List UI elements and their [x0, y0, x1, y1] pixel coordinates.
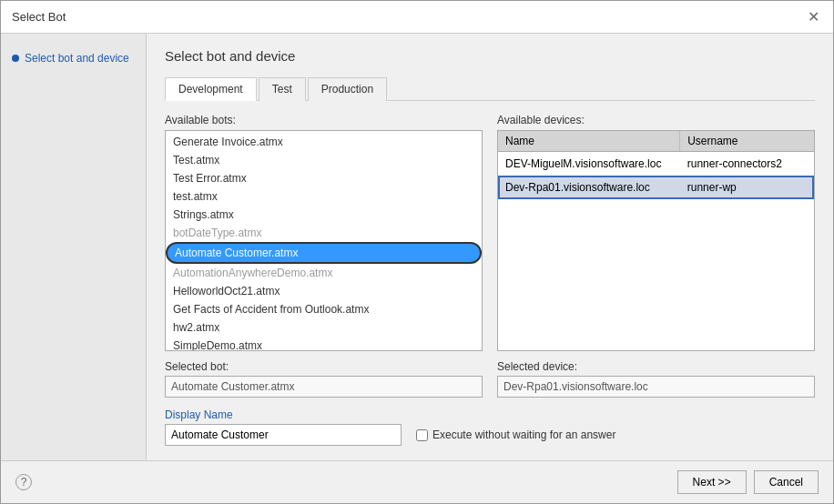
- tab-production-label: Production: [321, 83, 373, 96]
- panel-bots: Available bots: Generate Invoice.atmx Te…: [165, 114, 483, 351]
- close-button[interactable]: ✕: [804, 8, 822, 26]
- selected-bot-input: [165, 376, 483, 398]
- device-username: runner-connectors2: [680, 156, 814, 172]
- col-username-header: Username: [680, 131, 814, 151]
- list-item[interactable]: Test Error.atmx: [166, 169, 482, 187]
- main-content: Select bot and device Development Test P…: [147, 34, 833, 460]
- list-item[interactable]: AutomationAnywhereDemo.atmx: [166, 264, 482, 282]
- execute-checkbox[interactable]: [416, 429, 428, 441]
- tabs-container: Development Test Production: [165, 76, 815, 101]
- list-item[interactable]: Strings.atmx: [166, 206, 482, 224]
- display-name-input[interactable]: [165, 424, 402, 446]
- device-username: runner-wp: [680, 179, 814, 196]
- bots-listbox[interactable]: Generate Invoice.atmx Test.atmx Test Err…: [165, 130, 483, 351]
- panels-row: Available bots: Generate Invoice.atmx Te…: [165, 114, 815, 351]
- list-item[interactable]: test.atmx: [166, 187, 482, 206]
- title-bar: Select Bot ✕: [1, 1, 833, 34]
- selected-device-group: Selected device:: [497, 360, 815, 398]
- help-icon[interactable]: ?: [15, 474, 32, 490]
- tab-development-label: Development: [178, 83, 243, 96]
- tab-test-label: Test: [272, 83, 292, 96]
- list-item[interactable]: botDateType.atmx: [166, 224, 482, 242]
- sidebar: Select bot and device: [1, 34, 147, 460]
- dialog-footer: ? Next >> Cancel: [1, 460, 833, 503]
- tab-test[interactable]: Test: [259, 77, 306, 101]
- devices-table-body: DEV-MiguelM.visionsoftware.loc runner-co…: [498, 152, 814, 350]
- section-title: Select bot and device: [165, 48, 815, 64]
- list-item[interactable]: Test.atmx: [166, 151, 482, 169]
- display-name-label: Display Name: [165, 408, 815, 421]
- dialog-body: Select bot and device Select bot and dev…: [1, 34, 833, 460]
- devices-table-header: Name Username: [498, 131, 814, 152]
- list-item[interactable]: HelloworldOct21.atmx: [166, 282, 482, 300]
- tab-production[interactable]: Production: [308, 77, 387, 101]
- next-button[interactable]: Next >>: [677, 470, 747, 494]
- device-name: DEV-MiguelM.visionsoftware.loc: [498, 156, 680, 172]
- select-bot-dialog: Select Bot ✕ Select bot and device Selec…: [0, 0, 834, 504]
- devices-table: Name Username DEV-MiguelM.visionsoftware…: [497, 130, 815, 351]
- sidebar-item-label: Select bot and device: [25, 52, 129, 65]
- selected-row: Selected bot: Selected device:: [165, 360, 815, 398]
- display-name-section: Display Name Execute without waiting for…: [165, 408, 815, 446]
- selected-device-label: Selected device:: [497, 360, 815, 373]
- help-label: ?: [21, 476, 27, 489]
- execute-label: Execute without waiting for an answer: [432, 428, 615, 441]
- dialog-title: Select Bot: [12, 10, 66, 24]
- list-item-automate-customer[interactable]: Automate Customer.atmx: [166, 242, 482, 264]
- selected-device-input: [497, 376, 815, 398]
- device-name: Dev-Rpa01.visionsoftware.loc: [498, 179, 680, 196]
- panel-devices: Available devices: Name Username DEV-Mig…: [497, 114, 815, 351]
- list-item[interactable]: Get Facts of Accident from Outlook.atmx: [166, 300, 482, 318]
- available-devices-label: Available devices:: [497, 114, 815, 126]
- selected-bot-group: Selected bot:: [165, 360, 483, 398]
- execute-checkbox-label[interactable]: Execute without waiting for an answer: [416, 428, 615, 441]
- list-item[interactable]: SimpleDemo.atmx: [166, 337, 482, 351]
- available-bots-label: Available bots:: [165, 114, 483, 126]
- sidebar-item-select-bot[interactable]: Select bot and device: [12, 52, 135, 65]
- cancel-button[interactable]: Cancel: [754, 470, 819, 494]
- col-name-header: Name: [498, 131, 680, 151]
- display-name-row: Execute without waiting for an answer: [165, 424, 815, 446]
- tab-development[interactable]: Development: [165, 77, 257, 101]
- device-row[interactable]: DEV-MiguelM.visionsoftware.loc runner-co…: [498, 152, 814, 176]
- device-row-selected[interactable]: Dev-Rpa01.visionsoftware.loc runner-wp: [498, 176, 814, 199]
- list-item[interactable]: Generate Invoice.atmx: [166, 133, 482, 151]
- list-item[interactable]: hw2.atmx: [166, 318, 482, 337]
- sidebar-dot-icon: [12, 55, 19, 62]
- selected-bot-label: Selected bot:: [165, 360, 483, 373]
